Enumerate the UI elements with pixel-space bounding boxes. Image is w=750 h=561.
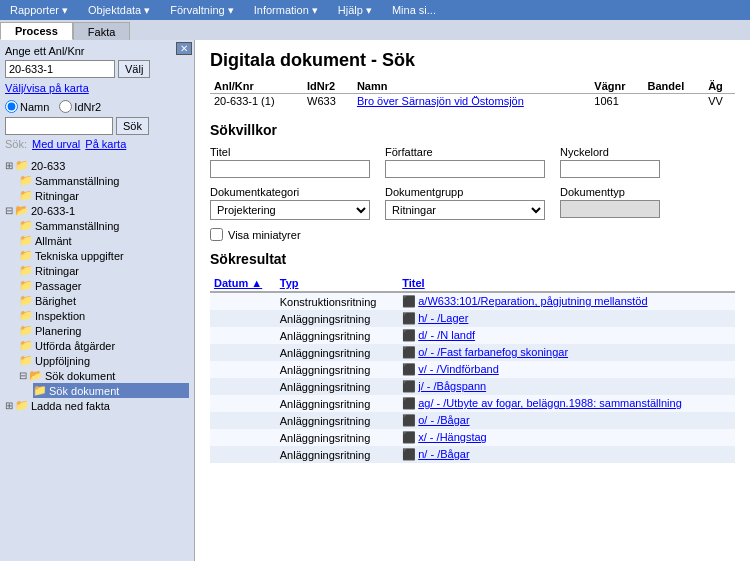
radio-namn[interactable] (5, 100, 18, 113)
pdf-icon[interactable]: ⬛ (402, 346, 416, 358)
info-bandel (644, 94, 705, 109)
tree-label: Ladda ned fakta (31, 400, 110, 412)
cell-typ: Anläggningsritning (276, 429, 398, 446)
folder-icon: 📁 (33, 384, 47, 397)
tree-label: Ritningar (35, 265, 79, 277)
pdf-icon[interactable]: ⬛ (402, 380, 416, 392)
pdf-icon[interactable]: ⬛ (402, 363, 416, 375)
radio-idnr2[interactable] (59, 100, 72, 113)
tab-process[interactable]: Process (0, 22, 73, 40)
tree-item-passager[interactable]: 📁 Passager (19, 278, 189, 293)
pdf-icon[interactable]: ⬛ (402, 329, 416, 341)
titel-link[interactable]: j/ - /Bågspann (418, 380, 486, 392)
nav-information[interactable]: Information ▾ (244, 2, 328, 19)
search-btn[interactable]: Sök (116, 117, 149, 135)
nav-objektdata[interactable]: Objektdata ▾ (78, 2, 160, 19)
cell-titel[interactable]: ⬛h/ - /Lager (398, 310, 735, 327)
info-name-link[interactable]: Bro över Särnasjön vid Östomsjön (357, 95, 524, 107)
tree-label: 20-633-1 (31, 205, 75, 217)
titel-link[interactable]: o/ - /Bågar (418, 414, 469, 426)
table-row: Anläggningsritning⬛o/ - /Bågar (210, 412, 735, 429)
tree-item-20633[interactable]: ⊞ 📁 20-633 (5, 158, 189, 173)
checkbox-miniatyrer[interactable] (210, 228, 223, 241)
cell-titel[interactable]: ⬛o/ - /Bågar (398, 412, 735, 429)
nav-minasidor[interactable]: Mina si... (382, 2, 446, 19)
tree-label: Utförda åtgärder (35, 340, 115, 352)
tree-item-ritningar-1[interactable]: 📁 Ritningar (19, 263, 189, 278)
main-layout: ✕ Ange ett Anl/Knr Välj Välj/visa på kar… (0, 40, 750, 561)
search-pa-karta[interactable]: På karta (85, 138, 126, 150)
search-med-urval[interactable]: Med urval (32, 138, 80, 150)
cond-select-kategori[interactable]: Projektering (210, 200, 370, 220)
tree-item-inspektion[interactable]: 📁 Inspektion (19, 308, 189, 323)
cell-datum (210, 378, 276, 395)
titel-link[interactable]: x/ - /Hängstag (418, 431, 486, 443)
folder-icon: 📁 (19, 324, 33, 337)
tree-item-sok-dokument-parent[interactable]: ⊟ 📂 Sök dokument (19, 368, 189, 383)
cell-datum (210, 327, 276, 344)
cond-input-nyckelord[interactable] (560, 160, 660, 178)
tree-item-ritningar-633[interactable]: 📁 Ritningar (19, 188, 189, 203)
cond-select-grupp[interactable]: Ritningar (385, 200, 545, 220)
pdf-icon[interactable]: ⬛ (402, 295, 416, 307)
tree-item-utforda[interactable]: 📁 Utförda åtgärder (19, 338, 189, 353)
tree-item-planering[interactable]: 📁 Planering (19, 323, 189, 338)
col-titel-link[interactable]: Titel (402, 277, 424, 289)
tree-item-sammanstalning-1[interactable]: 📁 Sammanställning (19, 218, 189, 233)
pdf-icon[interactable]: ⬛ (402, 397, 416, 409)
col-header-typ[interactable]: Typ (276, 275, 398, 292)
anl-btn[interactable]: Välj (118, 60, 150, 78)
col-datum-link[interactable]: Datum ▲ (214, 277, 262, 289)
anl-input-row: Välj (5, 60, 189, 78)
nav-forvaltning[interactable]: Förvaltning ▾ (160, 2, 243, 19)
pdf-icon[interactable]: ⬛ (402, 312, 416, 324)
result-header-row: Datum ▲ Typ Titel (210, 275, 735, 292)
titel-link[interactable]: h/ - /Lager (418, 312, 468, 324)
folder-icon: 📁 (19, 174, 33, 187)
titel-link[interactable]: v/ - /Vindförband (418, 363, 499, 375)
tree-item-barighet[interactable]: 📁 Bärighet (19, 293, 189, 308)
anl-input[interactable] (5, 60, 115, 78)
cond-input-titel[interactable] (210, 160, 370, 178)
tree-item-sok-dokument-link[interactable]: 📁 Sök dokument (33, 383, 189, 398)
cell-titel[interactable]: ⬛ag/ - /Utbyte av fogar, beläggn.1988: s… (398, 395, 735, 412)
tree-item-sammanstalning-633[interactable]: 📁 Sammanställning (19, 173, 189, 188)
col-typ-link[interactable]: Typ (280, 277, 299, 289)
radio-namn-label[interactable]: Namn (5, 100, 49, 113)
tree-item-allmant[interactable]: 📁 Allmänt (19, 233, 189, 248)
col-header-datum[interactable]: Datum ▲ (210, 275, 276, 292)
nav-hjalp[interactable]: Hjälp ▾ (328, 2, 382, 19)
nav-rapporter[interactable]: Rapporter ▾ (0, 2, 78, 19)
cell-titel[interactable]: ⬛v/ - /Vindförband (398, 361, 735, 378)
cell-titel[interactable]: ⬛j/ - /Bågspann (398, 378, 735, 395)
cond-input-typ[interactable] (560, 200, 660, 218)
search-input[interactable] (5, 117, 113, 135)
titel-link[interactable]: ag/ - /Utbyte av fogar, beläggn.1988: sa… (418, 397, 682, 409)
col-header-titel[interactable]: Titel (398, 275, 735, 292)
cell-titel[interactable]: ⬛n/ - /Bågar (398, 446, 735, 463)
sokresultat-title: Sökresultat (210, 251, 735, 267)
map-link[interactable]: Välj/visa på karta (5, 82, 189, 94)
titel-link[interactable]: o/ - /Fast farbanefog skoningar (418, 346, 568, 358)
tree-item-uppfoljning[interactable]: 📁 Uppföljning (19, 353, 189, 368)
sidebar-close-button[interactable]: ✕ (176, 42, 192, 55)
pdf-icon[interactable]: ⬛ (402, 448, 416, 460)
pdf-icon[interactable]: ⬛ (402, 414, 416, 426)
cell-titel[interactable]: ⬛x/ - /Hängstag (398, 429, 735, 446)
cell-titel[interactable]: ⬛a/W633:101/Reparation, pågjutning mella… (398, 292, 735, 310)
titel-link[interactable]: n/ - /Bågar (418, 448, 469, 460)
cell-titel[interactable]: ⬛o/ - /Fast farbanefog skoningar (398, 344, 735, 361)
titel-link[interactable]: d/ - /N landf (418, 329, 475, 341)
cell-titel[interactable]: ⬛d/ - /N landf (398, 327, 735, 344)
radio-idnr2-label[interactable]: IdNr2 (59, 100, 101, 113)
pdf-icon[interactable]: ⬛ (402, 431, 416, 443)
tree-item-ladda-ned[interactable]: ⊞ 📁 Ladda ned fakta (5, 398, 189, 413)
tree-item-tekniska[interactable]: 📁 Tekniska uppgifter (19, 248, 189, 263)
cond-input-forfattare[interactable] (385, 160, 545, 178)
tree-item-20633-1[interactable]: ⊟ 📂 20-633-1 (5, 203, 189, 218)
minus-icon-small: ⊟ (19, 370, 27, 381)
folder-icon: 📁 (19, 309, 33, 322)
folder-icon: 📁 (15, 159, 29, 172)
titel-link[interactable]: a/W633:101/Reparation, pågjutning mellan… (418, 295, 647, 307)
tab-fakta[interactable]: Fakta (73, 22, 131, 40)
